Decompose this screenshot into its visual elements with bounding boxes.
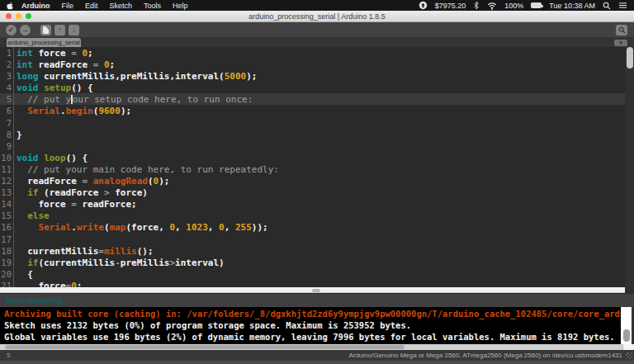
- line-number: 18: [0, 245, 14, 257]
- line-number: 7: [0, 117, 14, 129]
- line-number: 6: [0, 105, 14, 116]
- code-line[interactable]: 21 force=0;: [0, 280, 625, 287]
- code-editor[interactable]: 1int force = 0;2int readForce = 0;3long …: [0, 47, 634, 287]
- console-vertical-scrollbar[interactable]: [621, 307, 632, 344]
- code-text: currentMillis=millis();: [17, 246, 154, 257]
- new-sketch-button[interactable]: [40, 25, 51, 35]
- editor-vertical-scroll-thumb[interactable]: [627, 47, 633, 69]
- save-sketch-button[interactable]: ↓: [69, 25, 79, 35]
- serial-monitor-button[interactable]: [616, 25, 627, 35]
- code-text: force = readForce;: [17, 199, 137, 210]
- code-lines: 1int force = 0;2int readForce = 0;3long …: [0, 47, 625, 287]
- right-arrow-icon: →: [21, 26, 29, 34]
- code-text: if(currentMillis-preMillis>interval): [17, 258, 225, 268]
- sketch-tab-bar: arduino_processing_serial ▼: [0, 37, 634, 47]
- code-text: readForce = analogRead(0);: [17, 176, 169, 187]
- upload-button[interactable]: →: [20, 25, 31, 35]
- magnifier-icon: [618, 26, 626, 34]
- code-text: force=0;: [17, 281, 82, 287]
- chevron-down-icon: ▼: [618, 40, 623, 45]
- code-text: long currentMillis,preMillis,interval(50…: [17, 71, 257, 82]
- code-text: {: [17, 269, 33, 280]
- console-line: Archiving built core (caching) in: /var/…: [4, 309, 621, 320]
- sketch-tab[interactable]: arduino_processing_serial: [7, 38, 81, 47]
- menu-item-sketch[interactable]: Sketch: [110, 2, 133, 10]
- compile-status-strip: Done compiling.: [0, 293, 634, 307]
- ide-toolbar: ✓ → ↑ ↓: [0, 22, 634, 37]
- console-horizontal-scroll-thumb[interactable]: [5, 345, 405, 349]
- menu-item-file[interactable]: File: [62, 2, 74, 10]
- code-line[interactable]: 5 // put your setup code here, to run on…: [0, 93, 625, 105]
- code-text: void setup() {: [17, 83, 93, 93]
- menu-item-tools[interactable]: Tools: [144, 2, 161, 10]
- editor-horizontal-scroll-thumb[interactable]: [312, 289, 320, 292]
- code-text: int force = 0;: [17, 48, 93, 59]
- battery-icon[interactable]: [531, 2, 542, 8]
- code-line[interactable]: 4void setup() {: [0, 82, 625, 93]
- line-number: 20: [0, 268, 14, 280]
- code-line[interactable]: 19 if(currentMillis-preMillis>interval): [0, 257, 625, 268]
- cursor-line-indicator: 5: [7, 352, 10, 359]
- up-arrow-icon: ↑: [58, 26, 62, 34]
- verify-button[interactable]: ✓: [6, 25, 17, 35]
- code-line[interactable]: 14 force = readForce;: [0, 198, 625, 210]
- code-text: Serial.write(map(force, 0, 1023, 0, 255)…: [17, 222, 268, 233]
- scrollbar-corner: [622, 344, 634, 350]
- spotlight-search-icon[interactable]: [603, 2, 611, 10]
- code-line[interactable]: 6 Serial.begin(9600);: [0, 105, 625, 116]
- code-line[interactable]: 1int force = 0;: [0, 47, 625, 59]
- code-text: // put your setup code here, to run once…: [17, 94, 253, 105]
- code-text: Serial.begin(9600);: [17, 106, 131, 116]
- code-line[interactable]: 9: [0, 140, 625, 152]
- console-horizontal-scrollbar[interactable]: [0, 344, 634, 350]
- line-number: 15: [0, 210, 14, 221]
- menubar-clock[interactable]: Tue 10:38 AM: [549, 2, 595, 10]
- console-line: Sketch uses 2132 bytes (0%) of program s…: [4, 320, 621, 332]
- code-line[interactable]: 15 else: [0, 210, 625, 221]
- tab-menu-button[interactable]: ▼: [614, 40, 627, 46]
- code-text: else: [17, 210, 50, 221]
- cloud-upload-icon[interactable]: [419, 1, 428, 10]
- code-line[interactable]: 2int readForce = 0;: [0, 59, 625, 70]
- code-line[interactable]: 8}: [0, 129, 625, 140]
- editor-horizontal-scrollbar[interactable]: [0, 287, 625, 293]
- code-line[interactable]: 20 {: [0, 268, 625, 280]
- window-resize-grip[interactable]: [626, 352, 632, 359]
- code-line[interactable]: 17: [0, 234, 625, 245]
- line-number: 2: [0, 59, 14, 70]
- code-line[interactable]: 3long currentMillis,preMillis,interval(5…: [0, 70, 625, 82]
- down-arrow-icon: ↓: [72, 26, 76, 34]
- console-line: Global variables use 196 bytes (2%) of d…: [4, 332, 621, 343]
- stock-ticker[interactable]: $7975.20: [435, 2, 466, 10]
- line-number: 17: [0, 234, 14, 245]
- menu-app-name[interactable]: Arduino: [21, 2, 50, 10]
- code-text: }: [17, 130, 22, 140]
- code-line[interactable]: 16 Serial.write(map(force, 0, 1023, 0, 2…: [0, 221, 625, 233]
- code-text: // put your main code here, to run repea…: [17, 164, 279, 175]
- line-number: 21: [0, 280, 14, 287]
- menu-item-help[interactable]: Help: [173, 2, 188, 10]
- code-line[interactable]: 12 readForce = analogRead(0);: [0, 175, 625, 187]
- document-icon: [43, 26, 49, 34]
- open-sketch-button[interactable]: ↑: [54, 25, 65, 35]
- code-line[interactable]: 13 if (readForce > force): [0, 187, 625, 198]
- editor-vertical-scrollbar[interactable]: [625, 47, 634, 287]
- line-number: 19: [0, 257, 14, 268]
- line-number: 11: [0, 163, 14, 175]
- line-number: 1: [0, 47, 14, 59]
- window-title-bar: arduino_processing_serial | Arduino 1.8.…: [0, 11, 634, 22]
- bottom-status-bar: 5 Arduino/Genuino Mega or Mega 2560, ATm…: [0, 350, 634, 361]
- apple-menu-icon[interactable]: [7, 2, 13, 10]
- bluetooth-icon[interactable]: [473, 1, 480, 10]
- checkmark-icon: ✓: [8, 26, 15, 34]
- code-line[interactable]: 7: [0, 117, 625, 129]
- code-line[interactable]: 10void loop() {: [0, 152, 625, 163]
- notification-center-icon[interactable]: [618, 2, 627, 9]
- wifi-icon[interactable]: [487, 2, 497, 10]
- macos-menu-bar: Arduino File Edit Sketch Tools Help $797…: [0, 0, 634, 11]
- console-output: Archiving built core (caching) in: /var/…: [0, 307, 621, 344]
- console-vertical-scroll-thumb[interactable]: [623, 329, 630, 342]
- menu-item-edit[interactable]: Edit: [85, 2, 98, 10]
- code-line[interactable]: 18 currentMillis=millis();: [0, 245, 625, 257]
- code-line[interactable]: 11 // put your main code here, to run re…: [0, 163, 625, 175]
